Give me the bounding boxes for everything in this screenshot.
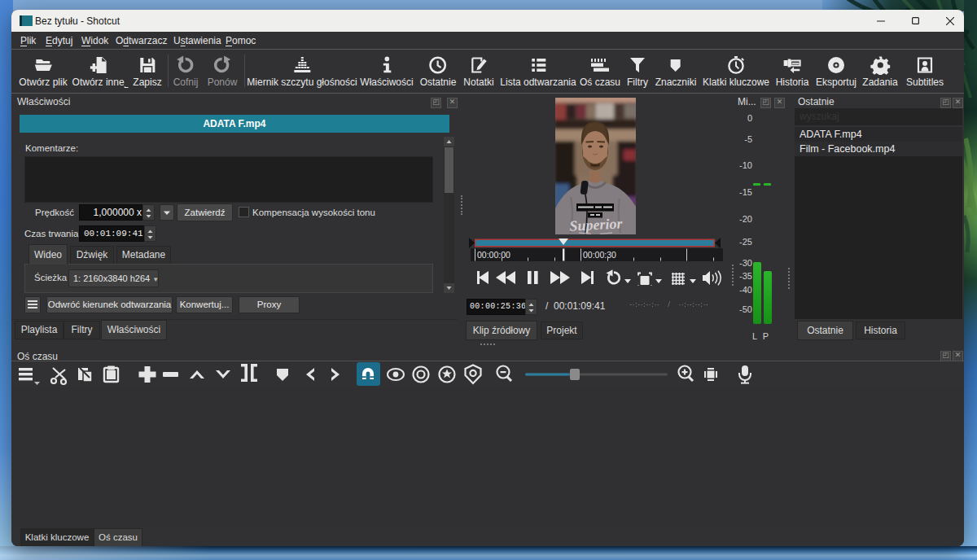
svg-text:00:00:30: 00:00:30 [583, 250, 616, 260]
svg-text:00:00:00: 00:00:00 [477, 250, 510, 260]
